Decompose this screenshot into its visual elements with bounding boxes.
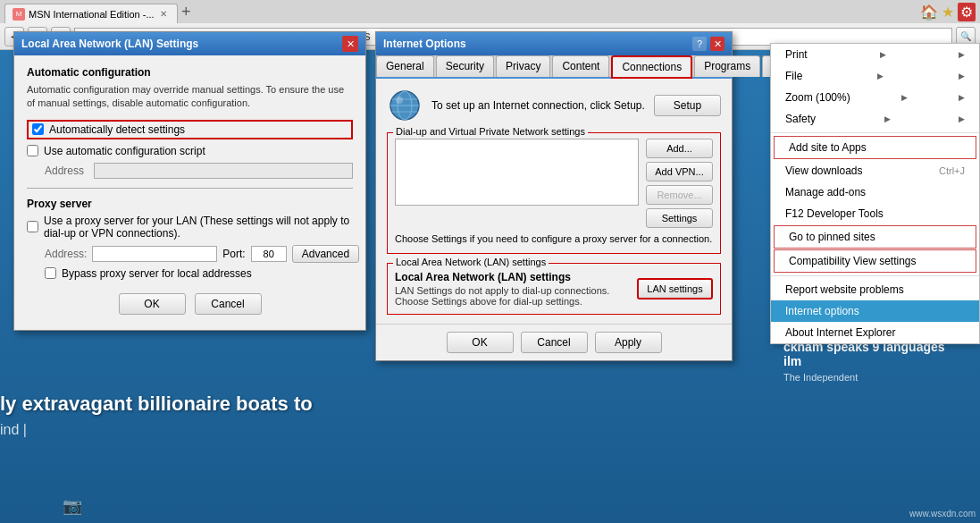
inet-apply-button[interactable]: Apply bbox=[595, 332, 662, 353]
vpn-add-button[interactable]: Add... bbox=[646, 139, 713, 158]
advanced-button[interactable]: Advanced bbox=[292, 245, 359, 263]
vpn-settings-button[interactable]: Settings bbox=[646, 208, 713, 228]
tab-connections[interactable]: Connections bbox=[611, 55, 692, 79]
gear-context-menu: Print ▶ File ▶ Zoom (100%) ▶ Safety ▶ Ad… bbox=[770, 43, 980, 344]
script-address-row: Address bbox=[45, 163, 353, 179]
menu-print[interactable]: Print ▶ bbox=[771, 44, 979, 65]
script-address-label: Address bbox=[45, 164, 94, 177]
lan-settings-button[interactable]: LAN settings bbox=[637, 278, 713, 299]
inet-setup-button[interactable]: Setup bbox=[654, 95, 721, 116]
menu-add-apps-label: Add site to Apps bbox=[789, 141, 867, 154]
lan-dialog-title: Local Area Network (LAN) Settings bbox=[21, 38, 198, 50]
menu-downloads-label: View downloads bbox=[785, 164, 863, 177]
inet-close-button[interactable]: ✕ bbox=[710, 37, 725, 51]
gear-settings-icon[interactable]: ⚙ bbox=[958, 3, 976, 21]
menu-sep2 bbox=[771, 275, 979, 276]
lan-settings-dialog: Local Area Network (LAN) Settings ✕ Auto… bbox=[13, 31, 366, 331]
menu-manage-addons[interactable]: Manage add-ons bbox=[771, 181, 979, 203]
use-script-row: Use automatic configuration script bbox=[27, 145, 353, 157]
file-submenu-arrow: ▶ bbox=[877, 72, 884, 80]
inet-setup-text: To set up an Internet connection, click … bbox=[431, 99, 645, 112]
vpn-list[interactable] bbox=[395, 139, 639, 206]
menu-zoom[interactable]: Zoom (100%) ▶ bbox=[771, 87, 979, 108]
menu-file-label: File bbox=[785, 70, 802, 82]
menu-file[interactable]: File ▶ bbox=[771, 65, 979, 87]
vpn-add-vpn-button[interactable]: Add VPN... bbox=[646, 162, 713, 181]
lan-cancel-button[interactable]: Cancel bbox=[195, 293, 262, 315]
proxy-checkbox[interactable] bbox=[27, 221, 38, 232]
menu-safety[interactable]: Safety ▶ bbox=[771, 108, 979, 130]
vpn-inner: Add... Add VPN... Remove... Settings bbox=[395, 139, 713, 228]
tab-close-button[interactable]: ✕ bbox=[157, 8, 170, 21]
menu-safety-label: Safety bbox=[785, 113, 816, 125]
menu-report-label: Report website problems bbox=[785, 283, 904, 296]
safety-submenu-arrow: ▶ bbox=[884, 114, 891, 123]
vpn-buttons: Add... Add VPN... Remove... Settings bbox=[646, 139, 713, 228]
menu-f12-label: F12 Developer Tools bbox=[785, 207, 884, 220]
menu-view-downloads[interactable]: View downloads Ctrl+J bbox=[771, 160, 979, 181]
home-icon[interactable]: 🏠 bbox=[920, 4, 938, 21]
inet-cancel-button[interactable]: Cancel bbox=[521, 332, 588, 353]
lan-dialog-body: Automatic configuration Automatic config… bbox=[14, 55, 365, 330]
lan-section: Local Area Network (LAN) settings Local … bbox=[387, 263, 721, 315]
globe-svg bbox=[389, 89, 421, 122]
bypass-label: Bypass proxy server for local addresses bbox=[62, 267, 252, 280]
inet-help-button[interactable]: ? bbox=[692, 37, 707, 51]
inet-ok-button[interactable]: OK bbox=[447, 332, 514, 353]
script-address-input[interactable] bbox=[94, 163, 353, 179]
internet-options-dialog: Internet Options ? ✕ General Security Pr… bbox=[375, 31, 733, 361]
menu-internet-options[interactable]: Internet options bbox=[771, 300, 979, 322]
inet-title-icons: ? ✕ bbox=[692, 37, 725, 51]
proxy-check-row: Use a proxy server for your LAN (These s… bbox=[27, 215, 353, 240]
camera-icon: 📷 bbox=[63, 496, 82, 516]
inet-footer: OK Cancel Apply bbox=[376, 324, 732, 360]
port-input[interactable] bbox=[251, 246, 287, 262]
inet-dialog-title: Internet Options bbox=[383, 38, 466, 50]
bg-headline: ly extravagant billionaire boats to bbox=[0, 392, 313, 416]
auto-detect-checkbox[interactable] bbox=[32, 123, 44, 135]
bypass-row: Bypass proxy server for local addresses bbox=[45, 267, 353, 280]
menu-downloads-shortcut: Ctrl+J bbox=[939, 165, 965, 176]
menu-about-ie-label: About Internet Explorer bbox=[785, 326, 895, 339]
use-script-label: Use automatic configuration script bbox=[44, 145, 205, 157]
use-script-checkbox[interactable] bbox=[27, 145, 38, 156]
proxy-address-label: Address: bbox=[45, 248, 87, 260]
proxy-address-row: Address: Port: Advanced bbox=[45, 245, 353, 263]
print-submenu-arrow: ▶ bbox=[880, 50, 886, 59]
lan-dialog-titlebar: Local Area Network (LAN) Settings ✕ bbox=[14, 32, 365, 55]
svg-point-5 bbox=[396, 97, 403, 104]
menu-compat-view[interactable]: Compatibility View settings bbox=[774, 249, 976, 273]
tab-general[interactable]: General bbox=[376, 55, 434, 77]
menu-report-problems[interactable]: Report website problems bbox=[771, 279, 979, 300]
favorites-icon[interactable]: ★ bbox=[942, 4, 954, 21]
auto-config-desc: Automatic configuration may override man… bbox=[27, 83, 353, 111]
vpn-remove-button[interactable]: Remove... bbox=[646, 185, 713, 205]
lan-ok-button[interactable]: OK bbox=[119, 293, 186, 315]
menu-f12-tools[interactable]: F12 Developer Tools bbox=[771, 203, 979, 224]
divider bbox=[27, 188, 353, 189]
proxy-title: Proxy server bbox=[27, 198, 353, 210]
menu-pinned-sites[interactable]: Go to pinned sites bbox=[774, 225, 976, 249]
vpn-group: Dial-up and Virtual Private Network sett… bbox=[387, 132, 721, 254]
lan-inner: Local Area Network (LAN) settings LAN Se… bbox=[395, 271, 713, 307]
proxy-check-label: Use a proxy server for your LAN (These s… bbox=[44, 215, 353, 240]
bg-subtext: ind | bbox=[0, 422, 27, 438]
auto-detect-label: Automatically detect settings bbox=[49, 123, 185, 136]
tab-security[interactable]: Security bbox=[436, 55, 494, 77]
zoom-submenu-arrow: ▶ bbox=[901, 93, 908, 102]
bg-right-source: The Independent bbox=[783, 372, 962, 383]
bypass-checkbox[interactable] bbox=[45, 267, 56, 279]
proxy-address-input[interactable] bbox=[92, 246, 217, 262]
menu-add-to-apps[interactable]: Add site to Apps bbox=[774, 136, 976, 159]
lan-dialog-close[interactable]: ✕ bbox=[342, 36, 358, 52]
tab-privacy[interactable]: Privacy bbox=[496, 55, 550, 77]
inet-titlebar: Internet Options ? ✕ bbox=[376, 32, 732, 55]
tab-programs[interactable]: Programs bbox=[694, 55, 760, 77]
menu-about-ie[interactable]: About Internet Explorer bbox=[771, 322, 979, 343]
browser-tab[interactable]: M MSN International Edition -... ✕ bbox=[4, 4, 178, 23]
lan-dialog-buttons: OK Cancel bbox=[27, 293, 353, 319]
new-tab-button[interactable]: + bbox=[181, 3, 191, 21]
tab-content[interactable]: Content bbox=[552, 55, 609, 77]
bg-right-content: ckham speaks 9 languages ilm The Indepen… bbox=[783, 340, 962, 383]
auto-config-title: Automatic configuration bbox=[27, 66, 353, 79]
